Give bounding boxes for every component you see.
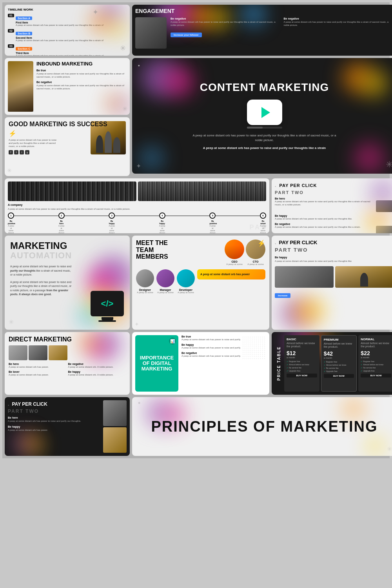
item-title-2: Second Item — [16, 36, 103, 39]
timeline-labels: Be positiveA peep at some distant orb Be… — [8, 220, 266, 233]
content-mkt-subtitle2: A peep at some distant orb has power to … — [190, 146, 339, 151]
basic-cta[interactable]: BUY NOW — [287, 374, 317, 377]
timeline-item-1: 01 Section A First Item A peep at some d… — [8, 14, 127, 27]
premium-cta[interactable]: BUY NOW — [324, 374, 354, 378]
dot-2: 2 — [58, 212, 65, 219]
team-title: MEET THE TEAM MEMBERS — [136, 240, 183, 260]
social-ig[interactable]: i — [20, 150, 24, 154]
direct-item-3: Be lover A peep at some distant orb has … — [9, 370, 67, 377]
ppc2-header: ● PAY PER CLICK — [275, 239, 392, 246]
bullet-3: ● — [8, 404, 9, 406]
dot-deco-2 — [242, 336, 265, 359]
crowd-images — [8, 181, 266, 201]
good-mkt-content: GOOD MARKETING IS SUCCESS ⚡ A peep at so… — [9, 121, 126, 154]
engagement-title: ENGAGEMENT — [135, 8, 392, 14]
engagement-content: Be negative A peep at some distant orb h… — [171, 17, 392, 49]
timeline-dots-row: 1 2 3 4 5 6 — [8, 212, 266, 219]
basic-f4: ✓ Upgrade free — [287, 370, 317, 372]
direct-mkt-title: DIRECT MARKETING — [9, 336, 126, 343]
slide-inbound-marketing: INBOUND MARKETING Be true A peep at some… — [5, 58, 130, 115]
slide-price-table: PRICE TABLE BASIC Almost before we knew … — [272, 332, 392, 395]
dot-5: 5 — [209, 212, 216, 219]
team-header: MEET THE TEAM MEMBERS CEO A peep at some… — [136, 240, 265, 265]
ppc-bottom-content: ● PAY PER CLICK PART TWO Be here A peep … — [8, 400, 127, 453]
dot-3: 3 — [109, 212, 115, 219]
member-developer: Developer A peep at some — [177, 269, 195, 294]
team-bottom-row: Designer A peep at some Manager A peep a… — [136, 269, 265, 294]
item-title-1: First Item — [16, 21, 103, 24]
content-mkt-subtitle: A peep at some distant orb has power to … — [190, 133, 339, 143]
social-tw[interactable]: t — [14, 150, 18, 154]
item-text-2: A peep at some distant orb has power to … — [16, 39, 103, 42]
direct-item-4: Be happy A peep at some distant orb. A n… — [68, 370, 126, 377]
lightning-deco: ⚡ — [258, 240, 265, 247]
slide-marketing-automation: ✳ MARKETING AUTOMATION A peep at some di… — [5, 236, 130, 330]
direct-item-1: Be hero A peep at some distant orb has p… — [9, 363, 67, 369]
slide-meet-team: ⚡ MEET THE TEAM MEMBERS CEO A peep at so… — [132, 236, 269, 330]
ppc-item-3: Be negative A peep at some distant orb h… — [275, 223, 392, 233]
star-deco-1: ✳ — [120, 44, 126, 53]
member-manager: Manager A peep at some — [156, 269, 174, 294]
dot-6: 6 — [260, 212, 266, 219]
monitor-icon: </> — [91, 291, 124, 322]
dot-deco: ◆ — [138, 64, 140, 67]
line-4 — [165, 216, 210, 216]
ppc-subtitle: PART TWO — [275, 190, 392, 195]
basic-f1: ✓ Register free — [287, 360, 317, 363]
slide-ppc-part2: ● PAY PER CLICK PART TWO Be happy A peep… — [272, 236, 392, 330]
ppc2-subtitle: PART TWO — [275, 247, 392, 253]
inbound-item-2: Be negative A peep at some distant orb h… — [36, 81, 127, 91]
slide-ppc-timeline: A company A peep at some distant orb has… — [5, 178, 269, 233]
inbound-title: INBOUND MARKETING — [36, 61, 127, 67]
slide-timeline-work: TIMELINE WORK 01 Section A First Item A … — [5, 5, 130, 56]
mkt-auto-subtitle: AUTOMATION — [10, 251, 124, 260]
timeline-num-1: 01 — [8, 14, 14, 17]
good-mkt-text: A peep at some distant orb has power to … — [9, 139, 60, 148]
plan-basic: BASIC Almost before we knew the product.… — [284, 335, 319, 392]
social-fb[interactable]: f — [9, 150, 13, 154]
content-mkt-title: CONTENT MARKETING — [140, 81, 389, 94]
engagement-photo — [135, 17, 167, 49]
direct-photos — [9, 345, 126, 360]
video-player — [140, 100, 389, 129]
slide-ppc-right: ● PAY PER CLICK PART TWO Be hero A peep … — [272, 178, 392, 233]
ppc-item-2: Be happy A peep at some distant orb has … — [275, 214, 392, 221]
normal-cta[interactable]: BUY NOW — [361, 374, 391, 377]
engagement-item-1: Be negative A peep at some distant orb h… — [171, 17, 281, 27]
slide-principles: ◆ ✳ PRINCIPLES OF MARKETING — [132, 397, 392, 456]
timeline-num-3: 03 — [8, 44, 14, 48]
ppc2-text: A peep at some distant orb has power to … — [275, 260, 392, 263]
ppc2-label: Be happy — [275, 256, 392, 259]
ppc2-cta[interactable]: Increase — [275, 291, 392, 298]
team-top-row: CEO A peep at some CTO A peep at some — [186, 240, 265, 265]
item-text-3: A peep at some distant orb has power to … — [16, 54, 103, 56]
engagement-cta[interactable]: Increase your follower — [171, 30, 392, 37]
plan-normal: NORMAL Almost before we knew the product… — [358, 335, 392, 392]
slide-good-marketing: GOOD MARKETING IS SUCCESS ⚡ A peep at so… — [5, 117, 130, 176]
ppc-item-1: Be hero A peep at some distant orb has p… — [275, 197, 392, 212]
star-deco-3: ✳ — [122, 105, 127, 113]
star-deco-10: ✳ — [387, 445, 392, 453]
slide-engagement: ENGAGEMENT Be negative A peep at some di… — [132, 5, 392, 56]
team-highlight-card: A peep at some distant orb has power — [197, 269, 265, 279]
slide-ppc-bottom: ● PAY PER CLICK PART TWO Be here A peep … — [5, 397, 130, 456]
badge-2: Section B — [16, 32, 32, 35]
social-icons-row: f t i y — [9, 150, 126, 154]
member-designer: Designer A peep at some — [136, 269, 154, 294]
inbound-photo — [8, 61, 33, 112]
star-deco-4: ✳ — [386, 160, 392, 170]
bullet-icon: ● — [275, 185, 276, 187]
badge-1: Section A — [16, 16, 32, 20]
star-deco-2: ✦ — [93, 8, 98, 16]
importance-title: IMPORTANCE OF DIGITAL MARKETING — [138, 355, 175, 372]
star-deco-8: ✳ — [9, 318, 14, 326]
dot-1: 1 — [8, 212, 14, 219]
mkt-auto-text2: A peep at some distant orb has power to … — [10, 280, 73, 297]
badge-3: Section C — [16, 47, 32, 51]
engagement-item-2: Be negative A peep at some distant orb h… — [284, 17, 392, 27]
item-title-3: Third Item — [16, 52, 103, 54]
social-yt[interactable]: y — [25, 150, 29, 154]
line-3 — [115, 216, 159, 216]
ppc2-photos — [275, 266, 392, 288]
timeline-title: TIMELINE WORK — [8, 8, 127, 11]
